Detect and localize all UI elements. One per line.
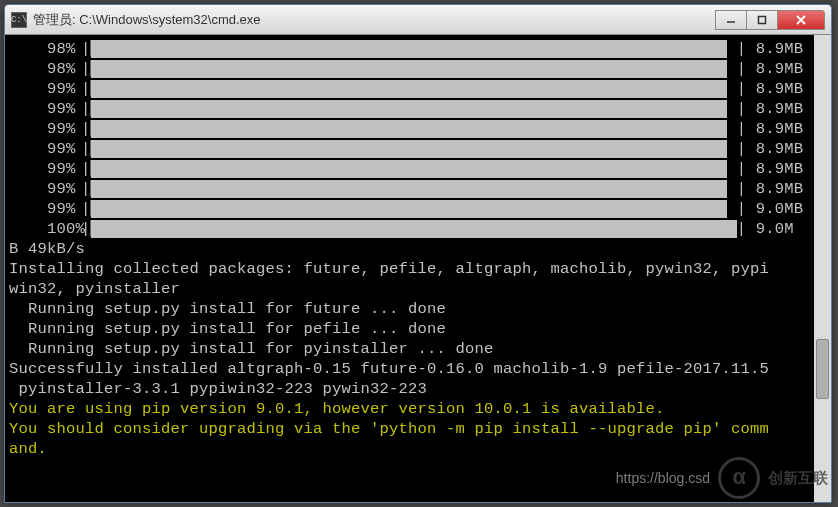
watermark-text: 创新互联	[768, 469, 828, 488]
progress-line: 100% |██████████████████████████████████…	[9, 219, 827, 239]
cmd-window: C:\ 管理员: C:\Windows\system32\cmd.exe 98%…	[4, 4, 832, 503]
minimize-icon	[726, 15, 736, 25]
window-controls	[716, 10, 825, 30]
warning-line-2: You should consider upgrading via the 'p…	[9, 419, 827, 439]
progress-line: 99% |███████████████████████████████████…	[9, 159, 827, 179]
progress-bar: |███████████████████████████████████████…	[81, 139, 756, 159]
progress-bar: |███████████████████████████████████████…	[81, 99, 756, 119]
success-line-2: pyinstaller-3.3.1 pypiwin32-223 pywin32-…	[9, 379, 827, 399]
progress-percent: 98%	[9, 59, 81, 79]
running-line-3: Running setup.py install for pyinstaller…	[9, 339, 827, 359]
progress-size: 8.9MB	[756, 159, 804, 179]
scrollbar[interactable]	[814, 35, 831, 502]
cmd-icon: C:\	[11, 12, 27, 28]
warning-line-3: and.	[9, 439, 827, 459]
progress-bar: |███████████████████████████████████████…	[81, 199, 756, 219]
progress-size: 8.9MB	[756, 139, 804, 159]
progress-line: 99% |███████████████████████████████████…	[9, 199, 827, 219]
watermark: https://blog.csd α 创新互联	[616, 457, 828, 499]
progress-size: 8.9MB	[756, 39, 804, 59]
window-title: 管理员: C:\Windows\system32\cmd.exe	[33, 11, 716, 29]
progress-percent: 99%	[9, 159, 81, 179]
progress-line: 98% |███████████████████████████████████…	[9, 59, 827, 79]
installing-line-2: win32, pyinstaller	[9, 279, 827, 299]
warning-line-1: You are using pip version 9.0.1, however…	[9, 399, 827, 419]
progress-size: 9.0M	[756, 219, 794, 239]
progress-bar: |███████████████████████████████████████…	[81, 179, 756, 199]
close-icon	[795, 14, 807, 26]
progress-line: 99% |███████████████████████████████████…	[9, 179, 827, 199]
speed-line: B 49kB/s	[9, 239, 827, 259]
progress-bar: |███████████████████████████████████████…	[81, 79, 756, 99]
svg-rect-1	[759, 16, 766, 23]
scrollbar-thumb[interactable]	[816, 339, 829, 399]
progress-percent: 98%	[9, 39, 81, 59]
terminal-output[interactable]: 98% |███████████████████████████████████…	[5, 35, 831, 502]
progress-size: 8.9MB	[756, 79, 804, 99]
installing-line: Installing collected packages: future, p…	[9, 259, 827, 279]
progress-percent: 99%	[9, 199, 81, 219]
progress-percent: 99%	[9, 139, 81, 159]
progress-bar: |███████████████████████████████████████…	[81, 39, 756, 59]
progress-size: 8.9MB	[756, 99, 804, 119]
progress-line: 99% |███████████████████████████████████…	[9, 79, 827, 99]
progress-size: 9.0MB	[756, 199, 804, 219]
progress-percent: 99%	[9, 99, 81, 119]
progress-bar: |███████████████████████████████████████…	[81, 159, 756, 179]
progress-line: 99% |███████████████████████████████████…	[9, 139, 827, 159]
progress-size: 8.9MB	[756, 179, 804, 199]
titlebar[interactable]: C:\ 管理员: C:\Windows\system32\cmd.exe	[5, 5, 831, 35]
progress-line: 99% |███████████████████████████████████…	[9, 119, 827, 139]
progress-bar: |███████████████████████████████████████…	[81, 119, 756, 139]
progress-line: 98% |███████████████████████████████████…	[9, 39, 827, 59]
maximize-icon	[757, 15, 767, 25]
maximize-button[interactable]	[746, 10, 778, 30]
progress-size: 8.9MB	[756, 119, 804, 139]
minimize-button[interactable]	[715, 10, 747, 30]
success-line-1: Successfully installed altgraph-0.15 fut…	[9, 359, 827, 379]
progress-percent: 100%	[9, 219, 81, 239]
progress-line: 99% |███████████████████████████████████…	[9, 99, 827, 119]
progress-percent: 99%	[9, 79, 81, 99]
progress-bar: |███████████████████████████████████████…	[81, 219, 756, 239]
progress-size: 8.9MB	[756, 59, 804, 79]
watermark-logo-icon: α	[718, 457, 760, 499]
progress-percent: 99%	[9, 179, 81, 199]
running-line-1: Running setup.py install for future ... …	[9, 299, 827, 319]
close-button[interactable]	[777, 10, 825, 30]
progress-bar: |███████████████████████████████████████…	[81, 59, 756, 79]
watermark-url: https://blog.csd	[616, 470, 710, 486]
progress-percent: 99%	[9, 119, 81, 139]
running-line-2: Running setup.py install for pefile ... …	[9, 319, 827, 339]
